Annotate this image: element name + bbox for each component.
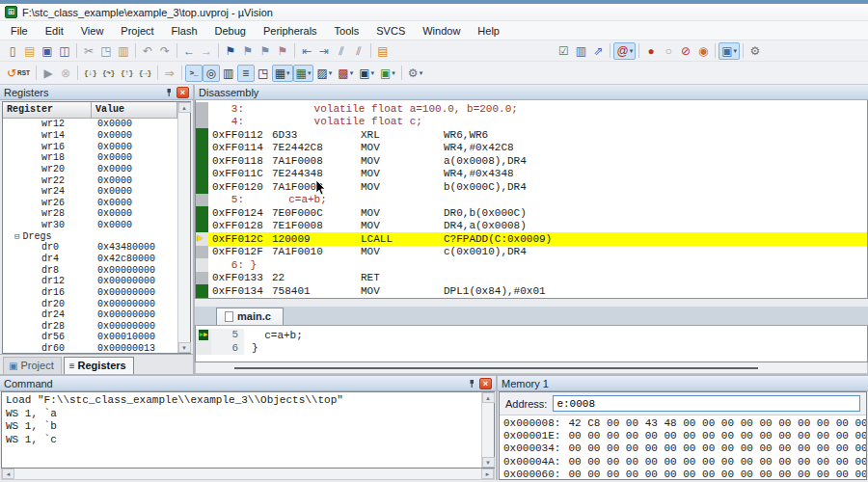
- menu-help[interactable]: Help: [469, 23, 508, 39]
- memory-row[interactable]: 0x00001E:00 00 00 00 00 00 00 00 00 00 0…: [503, 430, 866, 442]
- registers-scrollbar[interactable]: ▲ ▼: [177, 102, 190, 353]
- menu-edit[interactable]: Edit: [37, 23, 72, 39]
- register-row-wr30[interactable]: wr300x0000: [3, 220, 177, 231]
- outdent-icon[interactable]: ⇤: [298, 42, 315, 60]
- register-row-dr16[interactable]: dr160x00000000: [3, 287, 177, 299]
- step-over-icon[interactable]: {↷}: [99, 65, 118, 82]
- start-stop-debug-icon[interactable]: @▾: [613, 42, 636, 60]
- scroll-up-icon[interactable]: ▲: [482, 392, 495, 403]
- disassembly-line[interactable]: 0xFF01287E1F0008MOVDR4,a(0x0008): [196, 220, 867, 233]
- menu-debug[interactable]: Debug: [206, 23, 255, 39]
- navigate-back-icon[interactable]: ←: [180, 42, 198, 60]
- register-row-wr24[interactable]: wr240x0000: [3, 186, 177, 198]
- register-row-wr16[interactable]: wr160x0000: [3, 141, 177, 152]
- disassembly-line[interactable]: 0xFF01126D33XRLWR6,WR6: [196, 128, 867, 142]
- register-row-wr20[interactable]: wr200x0000: [3, 164, 177, 175]
- toggle-bookmark-icon[interactable]: ⚑: [222, 42, 239, 60]
- disassembly-line[interactable]: 0xFF01147E2442C8MOVWR4,#0x42C8: [196, 142, 867, 155]
- open-folder-icon[interactable]: ▤: [21, 42, 39, 60]
- debug-pointer-icon[interactable]: ⇗: [589, 42, 607, 60]
- scroll-up-icon[interactable]: ▲: [178, 102, 191, 113]
- register-column-header[interactable]: Register: [3, 102, 92, 119]
- step-into-icon[interactable]: {↓}: [81, 65, 99, 82]
- disassembly-line[interactable]: 0xFF01207A1F000CMOVb(0x000C),DR4: [196, 180, 867, 194]
- disassembly-line[interactable]: 0xFF012F7A1F0010MOVc(0x0010),DR4: [196, 246, 867, 259]
- uncomment-icon[interactable]: ⫽: [350, 42, 367, 60]
- scroll-down-icon[interactable]: ▼: [482, 457, 495, 468]
- redo-icon[interactable]: ↷: [156, 42, 174, 60]
- register-row-wr28[interactable]: wr280x0000: [3, 208, 177, 220]
- save-all-icon[interactable]: ◫: [56, 42, 73, 60]
- cut-icon[interactable]: ✂: [80, 42, 97, 60]
- pin-icon[interactable]: [467, 379, 476, 388]
- memory-row[interactable]: 0x000008:42 C8 00 00 43 48 00 00 00 00 0…: [503, 417, 866, 430]
- disassembly-line[interactable]: 0xFF013322RET: [196, 272, 867, 285]
- tab-project[interactable]: ▣Project: [3, 357, 62, 374]
- disassembly-line[interactable]: 0xFF01247E0F000CMOVDR0,b(0x000C): [196, 206, 867, 220]
- menu-view[interactable]: View: [72, 23, 113, 39]
- run-to-cursor-icon[interactable]: {→}: [136, 65, 154, 82]
- memory-window-icon[interactable]: ▦▾: [293, 65, 314, 82]
- close-icon[interactable]: ×: [479, 378, 492, 389]
- clear-bookmarks-icon[interactable]: ⚑: [274, 42, 291, 60]
- editor-gutter[interactable]: ▶▶: [196, 329, 211, 342]
- editor-horizontal-scrollbar[interactable]: [195, 362, 868, 374]
- watch-window-icon[interactable]: ▦▾: [272, 65, 293, 82]
- system-viewer-icon[interactable]: ▣▾: [377, 65, 398, 82]
- menu-project[interactable]: Project: [112, 23, 162, 39]
- wrench-icon[interactable]: ⚙: [746, 42, 764, 60]
- disassembly-line[interactable]: 0xFF012C120009LCALLC?FPADD(C:0x0009): [196, 232, 867, 246]
- indent-icon[interactable]: ⇥: [315, 42, 333, 60]
- debug-tools-icon[interactable]: ⚙▾: [405, 65, 425, 82]
- call-stack-window-icon[interactable]: ◳: [255, 65, 272, 82]
- editor-line[interactable]: 6}: [196, 342, 867, 356]
- menu-file[interactable]: File: [2, 23, 37, 39]
- disassembly-line[interactable]: 0xFF0134758401MOVDPL1(0x84),#0x01: [196, 284, 867, 298]
- scrollbar-thumb[interactable]: [234, 367, 758, 369]
- reset-icon[interactable]: ↺RST: [4, 65, 33, 82]
- checkbox-icon[interactable]: ☑: [555, 42, 572, 60]
- disassembly-line[interactable]: 4: volatile float c;: [196, 116, 867, 129]
- register-row-dr4[interactable]: dr40x42c80000: [3, 254, 177, 265]
- disassembly-view[interactable]: 3: volatile float a=100.0, b=200.0; 4: v…: [195, 100, 868, 299]
- scroll-left-icon[interactable]: ◄: [2, 469, 14, 479]
- kill-all-breakpoints-icon[interactable]: ⊘: [677, 42, 694, 60]
- menu-peripherals[interactable]: Peripherals: [255, 23, 326, 39]
- memory-row[interactable]: 0x00004A:00 00 00 00 00 00 00 00 00 00 0…: [503, 456, 866, 469]
- tab-main-c[interactable]: main.c: [216, 308, 284, 325]
- stop-icon[interactable]: ⊗: [57, 65, 74, 82]
- save-icon[interactable]: ▣: [39, 42, 56, 60]
- disable-breakpoint-icon[interactable]: ○: [660, 42, 677, 60]
- register-row-wr18[interactable]: wr180x0000: [3, 152, 177, 164]
- registers-window-icon[interactable]: ≡: [237, 65, 255, 82]
- trace-window-icon[interactable]: ▣▾: [356, 65, 377, 82]
- command-window-icon[interactable]: >_: [185, 65, 203, 82]
- editor-line[interactable]: ▶▶5 c=a+b;: [196, 329, 867, 342]
- disassembly-line[interactable]: 0xFF011C7E244348MOVWR4,#0x4348: [196, 168, 867, 181]
- show-next-statement-icon[interactable]: ⇒: [161, 65, 178, 82]
- enable-all-breakpoints-icon[interactable]: ◉: [694, 42, 712, 60]
- source-editor[interactable]: ▶▶5 c=a+b;6}: [195, 326, 868, 362]
- menu-svcs[interactable]: SVCS: [367, 23, 414, 39]
- register-row-wr22[interactable]: wr220x0000: [3, 174, 177, 186]
- memory-row[interactable]: 0x000060:00 00 00 00 00 00 00 00 00 00 0…: [503, 469, 866, 479]
- register-row-wr12[interactable]: wr120x0000: [3, 119, 177, 130]
- copy-icon[interactable]: ◳: [97, 42, 115, 60]
- register-row-dregs[interactable]: ⊟Dregs: [3, 230, 177, 242]
- memory-row[interactable]: 0x000034:00 00 00 00 00 00 00 00 00 00 0…: [503, 442, 866, 455]
- disassembly-line[interactable]: 5: c=a+b;: [196, 194, 867, 207]
- menu-tools[interactable]: Tools: [326, 23, 368, 39]
- comment-icon[interactable]: ⫽: [333, 42, 350, 60]
- address-input[interactable]: [553, 395, 860, 412]
- command-output[interactable]: Load "F:\\stc_class_example\\example_3\\…: [2, 392, 481, 468]
- register-row-dr56[interactable]: dr560x00010000: [3, 332, 177, 343]
- scroll-right-icon[interactable]: ►: [481, 469, 494, 479]
- command-horizontal-scrollbar[interactable]: ◄ ►: [1, 469, 495, 480]
- step-out-icon[interactable]: {↑}: [118, 65, 136, 82]
- tree-collapse-icon[interactable]: ⊟: [14, 231, 19, 242]
- value-column-header[interactable]: Value: [92, 102, 177, 119]
- symbol-window-icon[interactable]: ▥: [220, 65, 237, 82]
- register-row-dr60[interactable]: dr600x00000013: [3, 343, 177, 353]
- notebook-icon[interactable]: ▤: [374, 42, 392, 60]
- register-row-wr14[interactable]: wr140x0000: [3, 130, 177, 142]
